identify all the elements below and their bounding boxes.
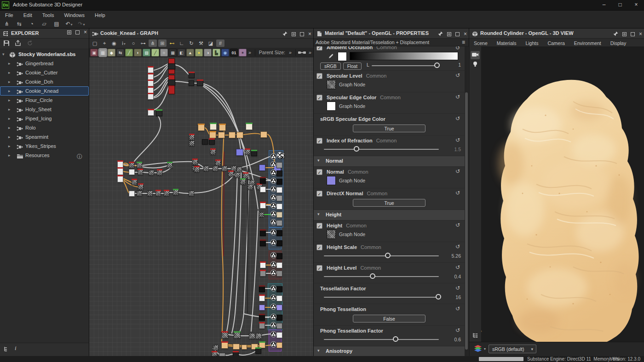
graph-node[interactable] [236, 167, 242, 172]
enabled-checkbox[interactable]: ✓ [316, 265, 322, 271]
link-parameters-icon[interactable]: ⋔ [1, 20, 12, 27]
focus-icon[interactable]: ⌖ [100, 40, 109, 47]
graph-node[interactable] [215, 160, 221, 166]
chevron-collapsed-icon[interactable]: ▸ [8, 59, 11, 68]
explorer-item-spearmint[interactable]: ▸Spearmint [0, 132, 89, 141]
node-view-badge[interactable] [270, 341, 276, 347]
slider-track[interactable] [324, 255, 439, 256]
graph-node[interactable] [219, 124, 226, 131]
tab-materials[interactable]: Materials [492, 40, 521, 46]
node-view-badge[interactable] [270, 252, 276, 258]
zoom-icon[interactable]: ○ [129, 40, 138, 47]
graph-node[interactable] [147, 191, 153, 196]
graph-node[interactable] [189, 141, 195, 146]
section-height[interactable]: ▾Height [314, 210, 465, 221]
explorer-item-holy_sheet[interactable]: ▸Holy_Sheet [0, 105, 89, 114]
switch-views-icon[interactable]: ⇆ [14, 20, 25, 27]
explorer-item-cookie_cutter[interactable]: ▸Cookie_Cutter [0, 68, 89, 77]
float-panel-icon[interactable] [622, 32, 627, 36]
hierarchy-icon[interactable] [4, 346, 10, 354]
chevron-collapsed-icon[interactable]: ▸ [8, 77, 11, 86]
bool-toggle-button[interactable]: False [353, 315, 426, 322]
node-links-icon[interactable]: ⋔ [149, 40, 157, 47]
export-icon[interactable] [15, 40, 21, 48]
graph-node[interactable] [255, 348, 261, 354]
chevron-collapsed-icon[interactable]: ▸ [8, 114, 11, 123]
graph-node[interactable] [229, 132, 236, 138]
reset-icon[interactable]: ↺ [455, 222, 460, 228]
graph-node[interactable] [276, 342, 282, 348]
node-view-badge[interactable] [270, 294, 276, 300]
graph-node[interactable] [255, 333, 262, 339]
graph-node[interactable] [213, 345, 218, 351]
graph-node[interactable] [138, 170, 143, 175]
camera-icon[interactable] [471, 51, 480, 59]
link-size-icon[interactable] [298, 48, 307, 56]
toolbar-overflow-chevron[interactable]: » [248, 48, 251, 57]
graph-node[interactable] [260, 187, 266, 192]
graph-node[interactable] [235, 172, 240, 178]
menu-edit[interactable]: Edit [18, 11, 37, 18]
explorer-item-cookie_doh[interactable]: ▸Cookie_Doh [0, 77, 89, 86]
reset-icon[interactable]: ↺ [455, 243, 460, 250]
node-curve-icon[interactable]: ╱ [125, 49, 133, 57]
info-icon[interactable]: i▾ [120, 40, 128, 47]
graph-node[interactable] [236, 132, 243, 138]
maximize-panel-icon[interactable] [631, 32, 635, 36]
node-graph-canvas[interactable] [89, 57, 313, 356]
slider-handle[interactable] [393, 336, 398, 342]
graph-node[interactable] [276, 305, 282, 311]
tab-camera[interactable]: Camera [543, 40, 569, 46]
graph-node[interactable] [168, 63, 175, 69]
node-uniform-color-icon[interactable]: ▣ [90, 49, 98, 57]
close-button[interactable]: × [628, 0, 644, 10]
properties-scrollbar[interactable] [465, 46, 468, 356]
graph-node[interactable] [276, 162, 282, 168]
graph-node[interactable] [276, 220, 282, 226]
explorer-item-cookie_knead[interactable]: ▸Cookie_Knead [0, 86, 89, 96]
graph-node[interactable] [259, 305, 265, 311]
tab-environment[interactable]: Environment [569, 40, 606, 46]
slider-handle[interactable] [370, 273, 375, 279]
node-view-badge[interactable] [270, 153, 276, 159]
reset-icon[interactable]: ↺ [455, 264, 460, 271]
graph-node[interactable] [276, 262, 282, 268]
float-panel-icon[interactable] [447, 32, 451, 36]
pin-icon[interactable] [282, 30, 288, 38]
node-view-badge[interactable] [270, 219, 276, 225]
enabled-checkbox[interactable]: ✓ [316, 223, 322, 229]
graph-node[interactable] [249, 333, 255, 339]
node-view-badge[interactable] [270, 261, 276, 267]
close-panel-icon[interactable]: × [464, 32, 467, 36]
graph-node[interactable] [251, 151, 257, 156]
explorer-root[interactable]: ▾Stocky Wonderland.sbs [0, 50, 89, 59]
graph-node[interactable] [242, 345, 247, 350]
node-view-badge[interactable] [270, 314, 276, 320]
straight-links-icon[interactable]: ⊶ [139, 40, 147, 47]
reset-icon[interactable]: ↺ [455, 137, 460, 143]
graph-node[interactable] [117, 168, 123, 175]
graph-node[interactable] [260, 230, 266, 236]
graph-node[interactable] [164, 191, 169, 196]
graph-node[interactable] [276, 179, 282, 185]
graph-node[interactable] [218, 132, 225, 138]
node-3d-shape-icon[interactable]: ◧ [178, 49, 185, 57]
screenshot-icon[interactable]: ◉ [110, 40, 118, 47]
node-dot-icon[interactable]: ● [195, 49, 203, 57]
menu-tools[interactable]: Tools [37, 11, 59, 18]
slider-handle[interactable] [434, 62, 440, 68]
enabled-checkbox[interactable]: ✓ [316, 138, 322, 144]
reset-icon[interactable]: ↺ [455, 285, 460, 291]
graph-node[interactable] [276, 295, 282, 301]
graph-node[interactable] [260, 271, 266, 277]
chevron-collapsed-icon[interactable]: ▸ [8, 68, 11, 77]
graph-node[interactable] [259, 286, 265, 292]
node-view-badge[interactable] [270, 239, 276, 245]
explorer-item-resources[interactable]: ▸Resourcesⓘ [0, 151, 89, 160]
graph-node[interactable] [219, 353, 225, 356]
graph-node[interactable] [189, 135, 195, 140]
graph-node[interactable] [210, 124, 217, 130]
graph-node-thumbnail[interactable] [327, 102, 336, 111]
graph-node[interactable] [168, 79, 175, 85]
graph-node[interactable] [245, 149, 250, 155]
